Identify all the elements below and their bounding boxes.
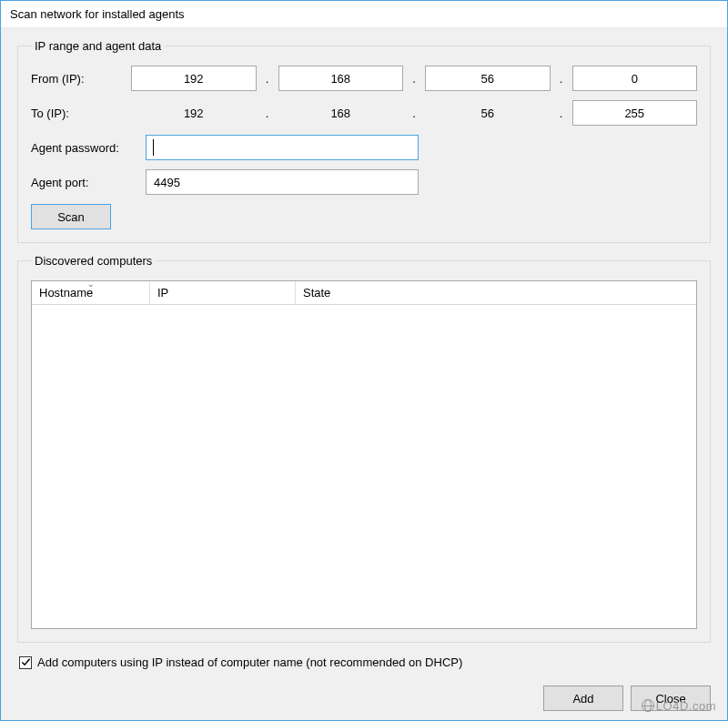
agent-port-label: Agent port: xyxy=(31,176,146,189)
content: IP range and agent data From (IP): . . .… xyxy=(1,28,727,720)
from-ip-cells: . . . xyxy=(131,66,697,91)
ip-dot: . xyxy=(551,107,572,120)
ip-dot: . xyxy=(403,72,425,86)
titlebar: Scan network for installed agents xyxy=(1,1,727,28)
agent-port-input[interactable] xyxy=(146,169,419,195)
ip-dot: . xyxy=(551,72,572,86)
column-state[interactable]: State xyxy=(296,281,696,304)
to-ip-octet-4[interactable] xyxy=(572,100,698,126)
to-ip-cells: 192 . 168 . 56 . xyxy=(131,100,697,126)
column-state-label: State xyxy=(303,286,330,300)
column-hostname-label: Hostname xyxy=(39,286,93,300)
app-window: Scan network for installed agents IP ran… xyxy=(0,0,728,721)
scan-row: Scan xyxy=(31,204,697,229)
sort-indicator-icon: ⌄ xyxy=(87,279,95,289)
discovered-group: Discovered computers Hostname ⌄ IP State xyxy=(17,254,711,643)
dialog-button-row: Add Close xyxy=(17,682,711,711)
column-ip-label: IP xyxy=(157,286,168,300)
to-ip-row: To (IP): 192 . 168 . 56 . xyxy=(31,100,697,126)
column-ip[interactable]: IP xyxy=(150,281,296,304)
agent-password-label: Agent password: xyxy=(31,141,146,155)
from-ip-label: From (IP): xyxy=(31,72,131,86)
discovered-table: Hostname ⌄ IP State xyxy=(31,280,697,629)
add-by-ip-checkbox[interactable] xyxy=(19,656,32,669)
from-ip-octet-1[interactable] xyxy=(131,66,257,91)
to-ip-octet-3: 56 xyxy=(425,107,551,120)
scan-button[interactable]: Scan xyxy=(31,204,111,229)
ip-range-legend: IP range and agent data xyxy=(31,39,165,53)
from-ip-octet-4[interactable] xyxy=(572,66,698,91)
close-button[interactable]: Close xyxy=(631,685,711,711)
window-title: Scan network for installed agents xyxy=(10,7,185,21)
from-ip-row: From (IP): . . . xyxy=(31,66,697,91)
add-by-ip-row: Add computers using IP instead of comput… xyxy=(17,654,711,671)
agent-password-row: Agent password: xyxy=(31,135,697,160)
ip-dot: . xyxy=(257,72,278,86)
add-button[interactable]: Add xyxy=(543,685,623,711)
from-ip-octet-3[interactable] xyxy=(425,66,551,91)
table-header: Hostname ⌄ IP State xyxy=(32,281,696,305)
agent-password-input[interactable] xyxy=(146,135,419,160)
ip-range-group: IP range and agent data From (IP): . . .… xyxy=(17,39,711,243)
to-ip-octet-2: 168 xyxy=(278,107,404,120)
agent-port-row: Agent port: xyxy=(31,169,697,195)
to-ip-label: To (IP): xyxy=(31,107,131,120)
to-ip-octet-1: 192 xyxy=(131,107,257,120)
ip-dot: . xyxy=(403,107,425,120)
ip-dot: . xyxy=(257,107,278,120)
column-hostname[interactable]: Hostname ⌄ xyxy=(32,281,150,304)
check-icon xyxy=(21,657,31,667)
from-ip-octet-2[interactable] xyxy=(278,66,404,91)
table-body xyxy=(32,305,696,628)
discovered-legend: Discovered computers xyxy=(31,254,156,268)
add-by-ip-label: Add computers using IP instead of comput… xyxy=(37,655,462,669)
